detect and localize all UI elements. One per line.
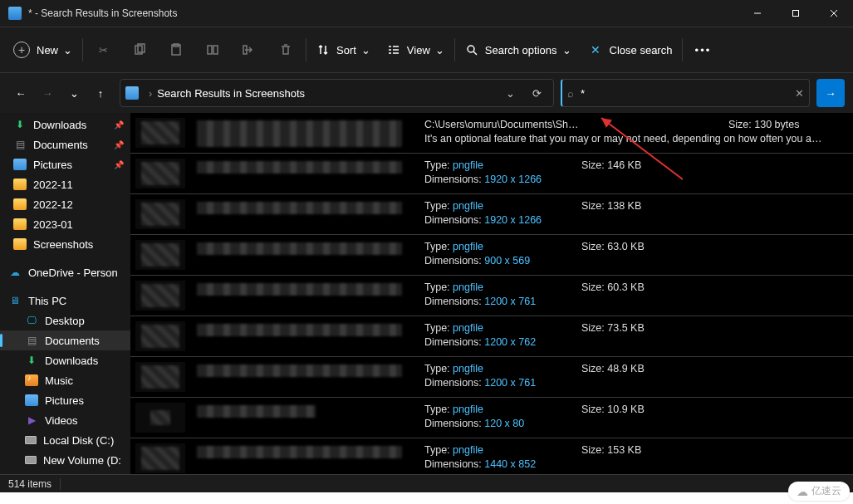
forward-button[interactable]: → [35, 81, 60, 105]
video-icon: ▶ [25, 413, 38, 427]
document-icon: ▤ [25, 334, 38, 347]
result-row[interactable]: Type: pngfileDimensions: 1920 x 1266 Siz… [130, 194, 853, 235]
search-value: * [581, 87, 795, 100]
svg-line-12 [473, 51, 477, 55]
trash-icon [279, 43, 292, 56]
result-size: Size: 146 KB [581, 159, 846, 173]
result-row[interactable]: Type: pngfileDimensions: 120 x 80 Size: … [130, 398, 853, 438]
clear-icon[interactable]: ✕ [795, 87, 804, 100]
separator [82, 38, 83, 61]
sidebar-item-2022-11[interactable]: 2022-11 [0, 174, 130, 194]
sidebar-item-thispc[interactable]: 🖥This PC [0, 291, 130, 311]
sidebar-item-desktop[interactable]: 🖵Desktop [0, 311, 130, 330]
sidebar-item-onedrive[interactable]: ☁OneDrive - Person [0, 262, 130, 282]
filename [197, 159, 413, 174]
search-results-list[interactable]: C:\Users\omuru\Documents\Sh… It's an opt… [130, 113, 853, 474]
result-size: Size: 153 KB [581, 443, 846, 458]
download-icon: ⬇ [13, 118, 27, 131]
document-icon: ▤ [13, 138, 27, 151]
sidebar-item-documents2[interactable]: ▤Documents [0, 330, 130, 350]
disk-icon [25, 456, 37, 464]
result-desc: It's an optional feature that you may or… [424, 132, 823, 146]
chevron-down-icon: ⌄ [562, 44, 571, 56]
sidebar-item-documents[interactable]: ▤Documents📌 [0, 135, 130, 154]
paste-button[interactable] [159, 33, 193, 66]
result-row[interactable]: Type: pngfileDimensions: 1200 x 761 Size… [130, 357, 853, 398]
maximize-button[interactable] [777, 0, 815, 27]
scissors-icon: ✂ [96, 42, 110, 57]
breadcrumb[interactable]: Search Results in Screenshots [157, 87, 305, 100]
result-row[interactable]: Type: pngfileDimensions: 1920 x 1266 Siz… [130, 154, 853, 194]
sidebar-item-2022-12[interactable]: 2022-12 [0, 194, 130, 214]
share-button[interactable] [233, 33, 266, 66]
search-go-button[interactable]: → [816, 79, 845, 107]
pc-icon: 🖥 [8, 294, 22, 307]
result-row[interactable]: C:\Users\omuru\Documents\Sh… It's an opt… [130, 113, 853, 154]
sidebar-item-music[interactable]: Music [0, 370, 130, 390]
watermark: ☁ 亿速云 [788, 482, 850, 501]
result-size: Size: 10.9 KB [581, 403, 846, 417]
result-row[interactable]: Type: pngfileDimensions: 900 x 569 Size:… [130, 235, 853, 276]
sidebar-item-newvolume[interactable]: New Volume (D: [0, 450, 130, 470]
folder-icon [13, 218, 27, 230]
separator [454, 38, 455, 61]
back-button[interactable]: ← [8, 81, 33, 105]
more-button[interactable]: ••• [686, 33, 719, 66]
sidebar-item-2023-01[interactable]: 2023-01 [0, 214, 130, 234]
sidebar-item-downloads[interactable]: ⬇Downloads📌 [0, 115, 130, 135]
close-button[interactable] [815, 0, 853, 27]
thumbnail [135, 321, 185, 351]
minimize-button[interactable] [738, 0, 777, 27]
search-options-button[interactable]: Search options ⌄ [458, 33, 578, 66]
result-size: Size: 60.3 KB [581, 281, 846, 295]
filename [197, 118, 413, 147]
close-icon: ✕ [588, 42, 603, 57]
sidebar-item-screenshots[interactable]: Screenshots [0, 234, 130, 254]
plus-icon: + [13, 42, 30, 58]
titlebar[interactable]: * - Search Results in Screenshots [0, 0, 853, 27]
result-size: Size: 48.9 KB [581, 362, 846, 376]
sidebar-item-videos[interactable]: ▶Videos [0, 410, 130, 430]
result-row[interactable]: Type: pngfileDimensions: 1200 x 762 Size… [130, 316, 853, 357]
navigation-pane[interactable]: ⬇Downloads📌 ▤Documents📌 Pictures📌 2022-1… [0, 113, 130, 474]
history-button[interactable]: ⌄ [498, 81, 522, 105]
view-button[interactable]: View ⌄ [380, 33, 451, 66]
sort-icon [316, 43, 330, 56]
filename [197, 199, 413, 214]
cut-button[interactable]: ✂ [86, 33, 120, 66]
folder-icon [13, 198, 27, 210]
separator [682, 38, 683, 61]
status-bar: 514 items [0, 474, 853, 492]
address-bar[interactable]: › Search Results in Screenshots ⌄ ⟳ [120, 79, 554, 107]
up-button[interactable]: ↑ [88, 81, 113, 105]
chevron-down-icon: ⌄ [361, 44, 370, 56]
pin-icon: 📌 [114, 140, 124, 149]
close-search-button[interactable]: ✕ Close search [581, 33, 679, 66]
recent-button[interactable]: ⌄ [61, 81, 86, 105]
thumbnail [135, 199, 185, 229]
sidebar-item-pictures2[interactable]: Pictures [0, 390, 130, 410]
download-icon: ⬇ [25, 354, 38, 367]
svg-point-11 [468, 46, 474, 52]
delete-button[interactable] [269, 33, 302, 66]
ellipsis-icon: ••• [695, 42, 710, 57]
result-row[interactable]: Type: pngfileDimensions: 1440 x 852 Size… [130, 438, 853, 474]
result-path: C:\Users\omuru\Documents\Sh… [424, 118, 570, 132]
new-button[interactable]: + New ⌄ [7, 33, 79, 66]
refresh-button[interactable]: ⟳ [525, 81, 548, 105]
sort-button[interactable]: Sort ⌄ [310, 33, 377, 66]
result-row[interactable]: Type: pngfileDimensions: 1200 x 761 Size… [130, 276, 853, 316]
window-title: * - Search Results in Screenshots [28, 7, 177, 19]
desktop-icon: 🖵 [25, 314, 38, 327]
folder-icon [13, 238, 27, 250]
rename-button[interactable] [196, 33, 229, 66]
search-input[interactable]: ⌕ * ✕ [561, 79, 810, 107]
sidebar-item-downloads2[interactable]: ⬇Downloads [0, 350, 130, 370]
sidebar-item-pictures[interactable]: Pictures📌 [0, 154, 130, 174]
folder-icon [125, 86, 139, 100]
rename-icon [206, 43, 219, 56]
svg-rect-8 [208, 46, 212, 54]
sidebar-item-localdisk[interactable]: Local Disk (C:) [0, 430, 130, 450]
copy-button[interactable] [123, 33, 156, 66]
filename [197, 443, 413, 458]
